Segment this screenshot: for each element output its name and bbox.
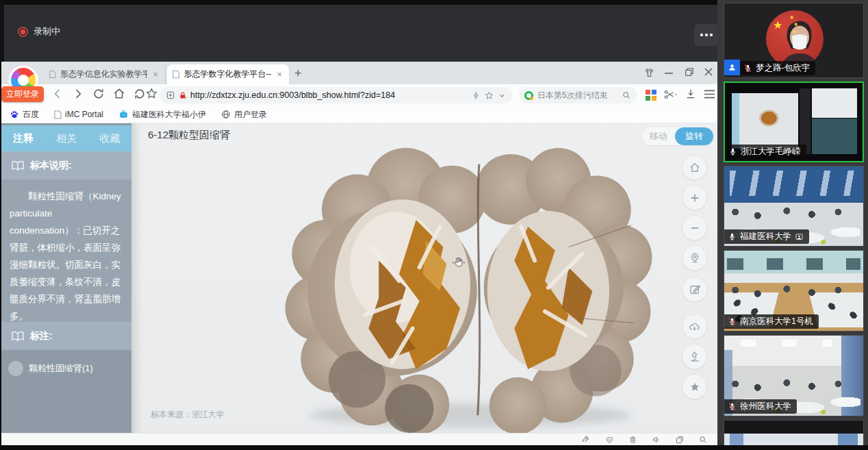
mode-toggle: 移动 旋转	[642, 127, 713, 145]
theme-icon[interactable]	[643, 67, 655, 79]
speed-button[interactable]	[580, 435, 591, 445]
tab-close-icon[interactable]: ×	[151, 69, 159, 79]
annotation-item[interactable]: 颗粒性固缩肾(1)	[1, 350, 131, 376]
browser-tab-1[interactable]: 形态学信息化实验教学平台 ×	[44, 64, 166, 84]
browser-tab-2[interactable]: 形态学数字化教学平台--标本 ×	[167, 64, 289, 84]
clear-button[interactable]	[628, 435, 637, 445]
bookmark-label: iMC Portal	[65, 110, 103, 119]
tab-close-icon[interactable]: ×	[275, 69, 283, 79]
screenshot-scissors-icon[interactable]	[663, 88, 678, 101]
favorite-button[interactable]	[682, 374, 707, 399]
favorite-page-button[interactable]	[145, 87, 158, 100]
windows-button[interactable]	[675, 435, 685, 445]
search-box[interactable]: 日本第5次排污结束	[519, 87, 637, 103]
bookmark-label: 用户登录	[234, 109, 267, 121]
participant-label: 浙江大学毛峥嵘	[725, 145, 806, 159]
history-button[interactable]	[133, 87, 146, 101]
participant-video-2[interactable]: 浙江大学毛峥嵘	[724, 82, 864, 162]
share-view-icon	[795, 233, 804, 241]
participant-name: 浙江大学毛峥嵘	[741, 146, 801, 158]
mood-button[interactable]	[604, 435, 615, 445]
bookmark-user-login[interactable]: 用户登录	[221, 109, 267, 121]
annotation-header: 标注:	[1, 322, 131, 350]
participant-video-5[interactable]: 徐州医科大学	[724, 335, 864, 416]
hand-cursor	[452, 255, 465, 269]
globe-icon	[221, 110, 231, 119]
mic-muted-icon	[743, 64, 752, 73]
scene-curtain-left	[730, 434, 743, 446]
browser-bottombar	[1, 433, 717, 445]
microscope-button[interactable]	[682, 344, 707, 369]
participant-video-1[interactable]: ★ ★ ★ ★ 梦之路-包欣宇	[724, 3, 864, 78]
book-icon	[11, 160, 25, 171]
close-button[interactable]	[704, 67, 713, 77]
locate-button[interactable]	[682, 245, 707, 271]
tab-related[interactable]: 相关	[44, 125, 88, 151]
participant-label: 南京医科大学1号机	[724, 314, 819, 329]
reload-button[interactable]	[92, 87, 105, 101]
zoom-button[interactable]	[698, 435, 708, 445]
page-content: 注释 相关 收藏 标本说明: 颗粒性固缩肾（Kidney particulate…	[1, 123, 717, 433]
participant-name: 福建医科大学	[740, 231, 791, 242]
video-scene	[724, 421, 863, 446]
cloud-download-button[interactable]	[682, 314, 707, 339]
annotation-dot-icon	[8, 361, 23, 376]
zoom-out-button[interactable]	[682, 215, 707, 240]
participant-name: 徐州医科大学	[740, 401, 791, 412]
window-edge	[0, 445, 868, 450]
mic-muted-icon	[728, 402, 737, 411]
minimize-button[interactable]	[664, 71, 674, 76]
bookmark-imc-portal[interactable]: iMC Portal	[54, 110, 103, 119]
page-info-icon[interactable]	[166, 90, 175, 100]
url-text[interactable]: http://zdxtzx.zju.edu.cn:9003/blbb_show.…	[190, 90, 468, 100]
tv-icon	[118, 110, 129, 119]
flag-star-icon: ★	[792, 29, 797, 35]
specimen-image[interactable]	[277, 145, 664, 433]
scene-curtain-right	[838, 434, 857, 446]
bookmark-baidu[interactable]: 百度	[10, 109, 39, 121]
search-icon[interactable]	[622, 90, 631, 100]
specimen-viewer: 6-12颗粒型固缩肾 移动 旋转	[131, 123, 717, 433]
annotate-button[interactable]	[682, 277, 707, 302]
specimen-title: 6-12颗粒型固缩肾	[148, 129, 230, 142]
tab-favorites[interactable]: 收藏	[88, 125, 131, 151]
tab-title: 形态学信息化实验教学平台	[60, 68, 148, 80]
zoom-in-button[interactable]	[682, 185, 707, 210]
forward-button[interactable]	[71, 87, 85, 101]
mode-rotate-button[interactable]: 旋转	[675, 127, 713, 145]
new-tab-button[interactable]: +	[294, 67, 302, 79]
scene-monitors	[727, 258, 860, 271]
participant-video-4[interactable]: 南京医科大学1号机	[724, 250, 864, 332]
mic-on-icon	[728, 232, 737, 241]
sidebar: 注释 相关 收藏 标本说明: 颗粒性固缩肾（Kidney particulate…	[1, 123, 131, 433]
url-bar[interactable]: http://zdxtzx.zju.edu.cn:9003/blbb_show.…	[160, 87, 512, 103]
bookmark-fjmu[interactable]: 福建医科大学福小伊	[118, 109, 206, 121]
bookmarks-bar: 百度 iMC Portal 福建医科大学福小伊 用户登录	[1, 106, 717, 123]
flag-star-icon: ★	[789, 14, 794, 21]
flash-icon[interactable]	[472, 90, 481, 101]
specimen-source: 标本来源：浙江大学	[151, 409, 225, 421]
participant-label: 徐州医科大学	[724, 399, 797, 414]
participant-video-3[interactable]: 福建医科大学	[724, 166, 864, 247]
mic-muted-icon	[728, 317, 737, 326]
tab-annotation[interactable]: 注释	[1, 125, 44, 151]
menu-icon[interactable]	[704, 89, 715, 99]
more-button[interactable]	[694, 24, 719, 46]
apps-grid-icon[interactable]	[646, 90, 656, 101]
book-icon	[11, 331, 25, 342]
restore-button[interactable]	[685, 67, 694, 77]
search-suggestion-text[interactable]: 日本第5次排污结束	[537, 90, 617, 101]
login-badge[interactable]: 立即登录	[1, 86, 44, 102]
reset-view-button[interactable]	[682, 155, 707, 180]
download-icon[interactable]	[685, 88, 697, 100]
scene-ceiling	[741, 340, 832, 347]
sound-button[interactable]	[651, 435, 661, 445]
mode-move-button[interactable]: 移动	[642, 130, 675, 142]
back-button[interactable]	[51, 87, 64, 101]
chevron-down-icon[interactable]	[498, 91, 507, 100]
participant-label: 福建医科大学	[724, 229, 809, 244]
participant-video-6[interactable]	[724, 420, 864, 446]
browser-window: 立即登录 形态学信息化实验教学平台 × 形态学数字化教学平台--标本 × +	[1, 62, 717, 445]
bookmark-star-icon[interactable]	[484, 90, 494, 101]
home-button[interactable]	[112, 87, 126, 101]
